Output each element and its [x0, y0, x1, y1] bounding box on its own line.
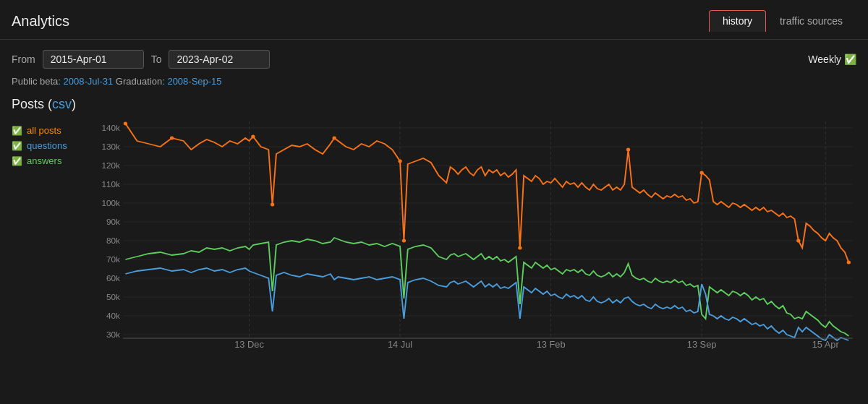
tab-traffic-sources[interactable]: traffic sources: [766, 10, 856, 32]
svg-text:13 Sep: 13 Sep: [687, 340, 717, 349]
graduation-date-link[interactable]: 2008-Sep-15: [167, 76, 221, 87]
svg-text:140k: 140k: [101, 124, 120, 132]
svg-text:110k: 110k: [101, 180, 120, 189]
svg-point-41: [518, 246, 522, 250]
svg-text:13 Feb: 13 Feb: [537, 340, 566, 349]
to-label: To: [151, 53, 162, 65]
from-date-input[interactable]: [43, 50, 144, 69]
svg-text:15 Apr: 15 Apr: [812, 340, 839, 349]
svg-point-45: [847, 261, 851, 265]
svg-point-39: [398, 160, 401, 163]
svg-point-38: [332, 137, 336, 140]
legend-allposts-label: all posts: [27, 125, 61, 136]
svg-text:130k: 130k: [101, 142, 120, 151]
svg-text:120k: 120k: [101, 161, 120, 170]
posts-title: Posts (csv): [0, 93, 868, 118]
weekly-toggle[interactable]: Weekly ✅: [808, 53, 856, 65]
svg-text:14 Jul: 14 Jul: [388, 340, 412, 349]
beta-date-link[interactable]: 2008-Jul-31: [64, 76, 114, 87]
svg-point-44: [796, 239, 800, 243]
chart-svg: 140k 130k 120k 110k 100k 90k 80k 70k 60k…: [98, 118, 856, 349]
legend-allposts[interactable]: ✅ all posts: [12, 125, 98, 136]
legend-answers-label: answers: [27, 155, 61, 166]
svg-point-35: [170, 137, 174, 140]
svg-point-40: [402, 239, 406, 243]
weekly-checkmark: ✅: [844, 53, 856, 65]
questions-check: ✅: [12, 141, 22, 151]
svg-text:40k: 40k: [106, 311, 120, 320]
from-label: From: [12, 53, 35, 65]
legend-questions[interactable]: ✅ questions: [12, 140, 98, 151]
chart-wrapper: 140k 130k 120k 110k 100k 90k 80k 70k 60k…: [98, 118, 856, 351]
svg-text:13 Dec: 13 Dec: [234, 340, 264, 349]
legend-answers[interactable]: ✅ answers: [12, 155, 98, 166]
allposts-check: ✅: [12, 126, 22, 136]
csv-link[interactable]: csv: [52, 97, 72, 111]
chart-legend: ✅ all posts ✅ questions ✅ answers: [12, 118, 98, 351]
beta-info: Public beta: 2008-Jul-31 Graduation: 200…: [0, 73, 868, 93]
chart-area: ✅ all posts ✅ questions ✅ answers 140k 1…: [0, 118, 868, 351]
svg-text:80k: 80k: [106, 236, 120, 245]
weekly-text: Weekly: [808, 53, 841, 65]
svg-point-34: [124, 122, 127, 126]
svg-text:90k: 90k: [106, 218, 120, 226]
page-title: Analytics: [12, 13, 69, 30]
svg-point-43: [699, 171, 703, 175]
answers-check: ✅: [12, 156, 22, 166]
legend-questions-label: questions: [27, 140, 67, 151]
tab-history[interactable]: history: [709, 10, 766, 32]
svg-text:30k: 30k: [106, 330, 120, 339]
svg-point-36: [251, 135, 255, 139]
tab-group: history traffic sources: [709, 10, 856, 32]
svg-text:60k: 60k: [106, 274, 120, 283]
svg-point-37: [271, 203, 274, 207]
svg-text:70k: 70k: [106, 255, 120, 264]
svg-text:50k: 50k: [106, 293, 120, 301]
svg-point-42: [626, 148, 630, 152]
svg-text:100k: 100k: [101, 199, 120, 207]
to-date-input[interactable]: [169, 50, 270, 69]
date-controls: From To Weekly ✅: [0, 40, 868, 73]
